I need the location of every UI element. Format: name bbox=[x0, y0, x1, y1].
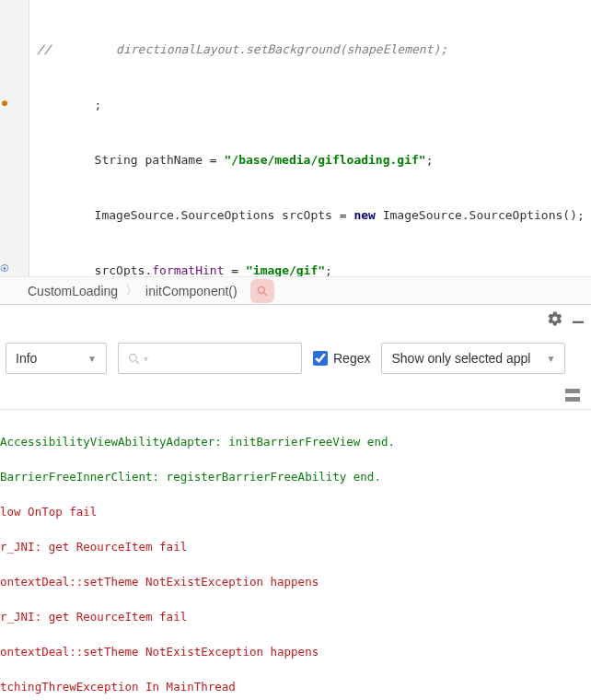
chevron-down-icon: ▼ bbox=[547, 354, 556, 364]
search-icon bbox=[128, 353, 140, 365]
svg-point-2 bbox=[130, 354, 137, 361]
regex-toggle[interactable]: Regex bbox=[313, 351, 370, 366]
log-line: ontextDeal::setTheme NotExistException h… bbox=[0, 573, 591, 590]
code-text: String pathName = bbox=[37, 153, 225, 167]
app-filter-value: Show only selected appl bbox=[391, 351, 530, 366]
code-keyword: new bbox=[353, 208, 375, 222]
code-string: "/base/media/gifloading.gif" bbox=[225, 153, 426, 167]
log-line: BarrierFreeInnerClient: registerBarrierF… bbox=[0, 468, 591, 485]
breadcrumb-method[interactable]: initComponent() bbox=[145, 284, 238, 298]
gear-icon[interactable] bbox=[547, 310, 563, 331]
breadcrumb: CustomLoading 〉 initComponent() bbox=[0, 276, 591, 304]
log-toolbar-right bbox=[0, 381, 591, 409]
editor-gutter: ● ⦿ bbox=[0, 0, 29, 276]
log-line: ontextDeal::setTheme NotExistException h… bbox=[0, 643, 591, 660]
code-text: ImageSource.SourceOptions srcOpts = bbox=[37, 208, 353, 222]
layout-toggle-icon[interactable] bbox=[565, 389, 580, 402]
log-level-select[interactable]: Info ▼ bbox=[6, 343, 107, 374]
gutter-marker-icon: ● bbox=[2, 98, 7, 108]
chevron-down-icon: ▼ bbox=[87, 354, 97, 364]
log-filter-row: Info ▼ ▾ Regex Show only selected appl ▼ bbox=[0, 335, 591, 381]
tool-strip: — bbox=[0, 304, 591, 335]
breadcrumb-separator-icon: 〉 bbox=[125, 283, 138, 299]
svg-point-0 bbox=[258, 286, 264, 293]
code-editor[interactable]: ● ⦿ // directionalLayout.setBackground(s… bbox=[0, 0, 591, 276]
search-caret-icon: ▾ bbox=[144, 354, 148, 364]
app-filter-select[interactable]: Show only selected appl ▼ bbox=[381, 343, 565, 374]
gutter-override-icon[interactable]: ⦿ bbox=[0, 263, 9, 274]
breadcrumb-class[interactable]: CustomLoading bbox=[28, 284, 118, 298]
svg-line-1 bbox=[263, 292, 267, 296]
log-line: low OnTop fail bbox=[0, 503, 591, 520]
log-level-value: Info bbox=[16, 351, 37, 366]
log-line: tchingThrewException In MainThread bbox=[0, 678, 591, 695]
svg-line-3 bbox=[136, 360, 139, 363]
log-search-input[interactable]: ▾ bbox=[118, 343, 302, 374]
code-comment: // directionalLayout.setBackground(shape… bbox=[37, 42, 447, 56]
log-line: r_JNI: get ReourceItem fail bbox=[0, 608, 591, 625]
minimize-icon[interactable]: — bbox=[573, 309, 584, 332]
log-line: AccessibilityViewAbilityAdapter: initBar… bbox=[0, 433, 591, 450]
search-highlight-icon[interactable] bbox=[250, 279, 274, 303]
code-string: "image/gif" bbox=[246, 263, 325, 276]
code-text: ; bbox=[37, 98, 101, 111]
code-body[interactable]: // directionalLayout.setBackground(shape… bbox=[29, 0, 591, 276]
regex-checkbox[interactable] bbox=[313, 351, 328, 366]
regex-label: Regex bbox=[333, 351, 370, 366]
log-line: r_JNI: get ReourceItem fail bbox=[0, 538, 591, 555]
logcat-output[interactable]: AccessibilityViewAbilityAdapter: initBar… bbox=[0, 409, 591, 700]
code-text: srcOpts. bbox=[37, 263, 152, 276]
